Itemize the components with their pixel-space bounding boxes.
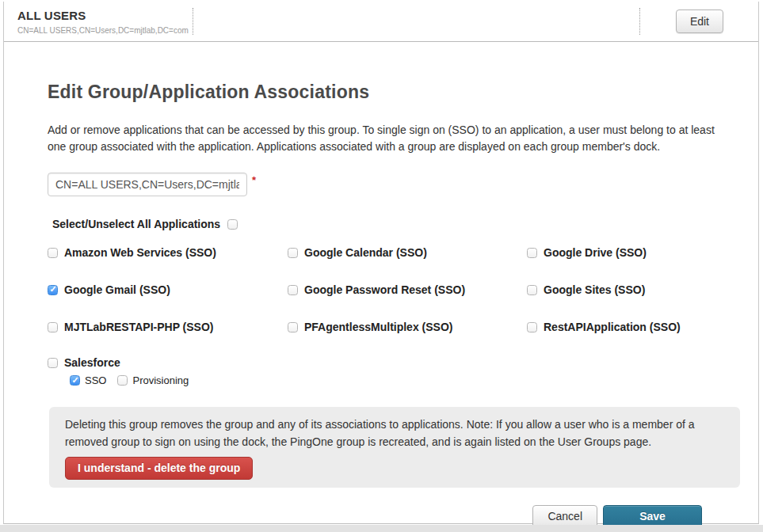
- applications-grid: Amazon Web Services (SSO) Google Calenda…: [48, 246, 736, 333]
- app-label: MJTLabRESTAPI-PHP (SSO): [64, 321, 214, 333]
- salesforce-sso-checkbox[interactable]: [70, 375, 80, 386]
- delete-warning-text: Deleting this group removes the group an…: [65, 416, 724, 450]
- app-checkbox-item: RestAPIApplication (SSO): [527, 321, 736, 333]
- delete-group-button[interactable]: I understand - delete the group: [65, 457, 253, 480]
- app-label: Google Sites (SSO): [544, 283, 645, 296]
- salesforce-checkbox[interactable]: [48, 358, 58, 368]
- page-title: Edit Group/Application Associations: [48, 82, 736, 103]
- page-description: Add or remove applications that can be a…: [48, 122, 736, 155]
- header-divider: [193, 8, 193, 35]
- app-checkbox-item-salesforce: Salesforce SSO Provisioning: [48, 356, 736, 386]
- app-checkbox[interactable]: [48, 322, 58, 332]
- app-checkbox[interactable]: [288, 248, 298, 258]
- select-all-label: Select/Unselect All Applications: [52, 218, 220, 230]
- app-label: Google Password Reset (SSO): [304, 283, 465, 296]
- app-checkbox-item: MJTLabRESTAPI-PHP (SSO): [48, 321, 288, 333]
- required-asterisk: *: [252, 174, 256, 186]
- app-label: Google Calendar (SSO): [304, 246, 427, 259]
- app-label: Amazon Web Services (SSO): [64, 246, 216, 259]
- group-name-input[interactable]: [48, 173, 247, 196]
- app-label: PFAgentlessMultiplex (SSO): [304, 321, 452, 333]
- salesforce-option-provisioning: Provisioning: [117, 374, 189, 386]
- app-checkbox[interactable]: [48, 285, 58, 295]
- app-checkbox[interactable]: [527, 322, 537, 332]
- group-title: ALL USERS: [17, 9, 193, 22]
- group-header-titles: ALL USERS CN=ALL USERS,CN=Users,DC=mjtla…: [4, 9, 193, 35]
- app-checkbox-item: Google Calendar (SSO): [288, 246, 527, 259]
- app-label: Google Drive (SSO): [544, 246, 647, 259]
- page-panel: ALL USERS CN=ALL USERS,CN=Users,DC=mjtla…: [3, 2, 759, 524]
- select-all-row: Select/Unselect All Applications: [52, 218, 736, 230]
- app-label: Google Gmail (SSO): [64, 283, 170, 296]
- group-name-field-row: *: [48, 173, 736, 196]
- salesforce-provisioning-label: Provisioning: [132, 374, 189, 386]
- page-header: ALL USERS CN=ALL USERS,CN=Users,DC=mjtla…: [4, 2, 758, 42]
- app-checkbox-item: Google Sites (SSO): [527, 283, 736, 296]
- app-checkbox[interactable]: [288, 285, 298, 295]
- salesforce-provisioning-checkbox[interactable]: [117, 375, 128, 386]
- select-all-checkbox[interactable]: [227, 219, 238, 230]
- app-checkbox-item: Google Password Reset (SSO): [288, 283, 527, 296]
- app-checkbox-item: Google Drive (SSO): [527, 246, 736, 259]
- app-checkbox[interactable]: [48, 248, 58, 258]
- salesforce-sso-label: SSO: [85, 374, 106, 386]
- header-divider: [639, 8, 640, 35]
- app-checkbox[interactable]: [288, 322, 298, 332]
- salesforce-option-sso: SSO: [70, 374, 106, 386]
- app-checkbox-item: Amazon Web Services (SSO): [48, 246, 288, 259]
- app-checkbox[interactable]: [527, 248, 537, 258]
- salesforce-options: SSO Provisioning: [70, 374, 736, 386]
- app-checkbox-item: Google Gmail (SSO): [48, 283, 288, 296]
- salesforce-label: Salesforce: [64, 356, 120, 369]
- salesforce-row: Salesforce: [48, 356, 736, 369]
- page-bottom-shadow: [0, 525, 763, 532]
- group-dn: CN=ALL USERS,CN=Users,DC=mjtlab,DC=com: [17, 26, 193, 35]
- edit-button[interactable]: Edit: [676, 10, 723, 33]
- app-label: RestAPIApplication (SSO): [544, 321, 681, 333]
- main-content: Edit Group/Application Associations Add …: [4, 82, 758, 528]
- delete-warning-box: Deleting this group removes the group an…: [49, 407, 740, 488]
- app-checkbox[interactable]: [527, 285, 537, 295]
- app-checkbox-item: PFAgentlessMultiplex (SSO): [288, 321, 527, 333]
